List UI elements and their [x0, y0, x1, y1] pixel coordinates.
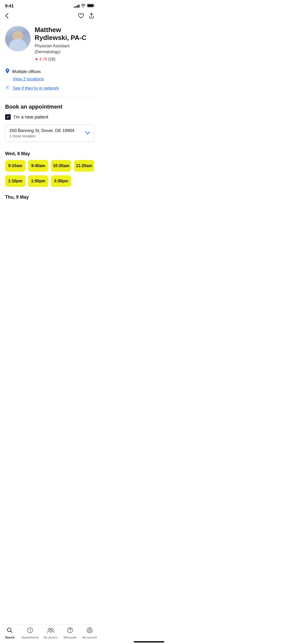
location-pin-icon	[5, 68, 10, 75]
wednesday-section: Wed, 8 May 8:10am 9:40am 10:30am 11:20am…	[0, 151, 99, 195]
svg-point-3	[7, 70, 8, 71]
doctor-specialty: Physician Assistant (Dermatology)	[35, 43, 94, 55]
location-address: 200 Banning St, Dover, DE 19904	[9, 128, 74, 133]
avatar	[5, 26, 31, 51]
time-slots-row1: 8:10am 9:40am 10:30am 11:20am	[5, 160, 94, 172]
doctor-info: Matthew Rydlewski, PA-C Physician Assist…	[35, 26, 94, 62]
new-patient-row: ✓ I'm a new patient	[5, 114, 94, 120]
view-locations-link[interactable]: View 2 locations	[13, 77, 94, 82]
dropdown-text: 200 Banning St, Dover, DE 19904 1 more l…	[9, 128, 74, 138]
review-count: (18)	[48, 57, 55, 62]
status-bar: 9:41	[0, 0, 99, 11]
rating-value: 4.78	[39, 57, 47, 62]
time-slot-2[interactable]: 10:30am	[51, 160, 71, 172]
location-section: Multiple offices View 2 locations + See …	[0, 66, 99, 95]
thursday-section: Thu, 9 May	[0, 195, 99, 222]
status-icons	[74, 4, 94, 8]
offices-label: Multiple offices	[12, 69, 41, 74]
svg-text:+: +	[6, 86, 8, 89]
favorite-button[interactable]	[78, 13, 84, 20]
location-dropdown[interactable]: 200 Banning St, Dover, DE 19904 1 more l…	[5, 124, 94, 142]
doctor-name: Matthew Rydlewski, PA-C	[35, 26, 94, 42]
doctor-header: Matthew Rydlewski, PA-C Physician Assist…	[0, 23, 99, 66]
time-slot-5[interactable]: 1:50pm	[28, 175, 48, 187]
svg-rect-1	[93, 5, 94, 6]
network-link[interactable]: See if they're in network	[13, 86, 59, 91]
wednesday-label: Wed, 8 May	[5, 151, 94, 156]
book-title: Book an appointment	[5, 104, 94, 110]
checkmark-icon: ✓	[6, 115, 9, 119]
shield-icon: +	[5, 85, 10, 92]
section-divider	[5, 97, 94, 97]
battery-icon	[87, 4, 94, 8]
new-patient-checkbox[interactable]: ✓	[5, 114, 11, 120]
time-slot-4[interactable]: 1:10pm	[5, 175, 25, 187]
share-button[interactable]	[89, 13, 94, 20]
svg-rect-2	[88, 5, 93, 7]
star-icon: ★	[35, 57, 38, 62]
signal-icon	[74, 5, 79, 8]
back-button[interactable]	[5, 13, 9, 20]
new-patient-label: I'm a new patient	[14, 114, 48, 120]
time-slots-row2: 1:10pm 1:50pm 3:30pm	[5, 175, 94, 187]
doctor-rating: ★ 4.78 (18)	[35, 57, 94, 62]
location-row: Multiple offices	[5, 68, 94, 75]
status-time: 9:41	[5, 4, 14, 9]
network-row: + See if they're in network	[5, 85, 94, 92]
book-section: Book an appointment ✓ I'm a new patient …	[0, 99, 99, 151]
time-slot-0[interactable]: 8:10am	[5, 160, 25, 172]
wifi-icon	[81, 4, 86, 8]
location-more: 1 more location	[9, 134, 74, 138]
nav-actions	[78, 13, 94, 20]
thursday-label: Thu, 9 May	[5, 195, 94, 200]
nav-bar	[0, 11, 99, 23]
time-slot-6[interactable]: 3:30pm	[51, 175, 71, 187]
time-slot-1[interactable]: 9:40am	[28, 160, 48, 172]
chevron-down-icon	[85, 130, 90, 136]
time-slot-3[interactable]: 11:20am	[74, 160, 94, 172]
